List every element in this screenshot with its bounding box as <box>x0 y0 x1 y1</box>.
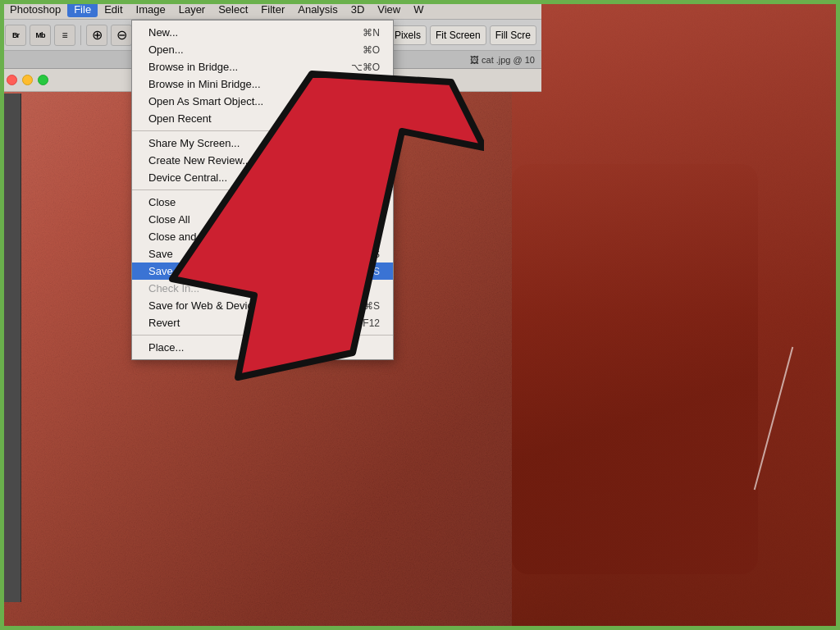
menu-item-open-shortcut: ⌘O <box>363 44 380 56</box>
menu-item-open[interactable]: Open... ⌘O <box>132 41 393 58</box>
menu-item-save-label: Save <box>148 248 173 260</box>
extra-icon[interactable]: ≡ <box>54 25 75 46</box>
menu-item-save-shortcut: ⌘S <box>363 249 380 260</box>
menu-item-open-recent-label: Open Recent <box>148 112 212 125</box>
menu-item-save-as-shortcut: ⇧⌘S <box>355 266 380 277</box>
menubar-item-analysis[interactable]: Analysis <box>291 2 344 17</box>
menubar-item-photoshop[interactable]: Photoshop <box>3 2 67 17</box>
menu-item-new-shortcut: ⌘N <box>363 27 380 39</box>
menu-item-save-web[interactable]: Save for Web & Devices... ⌥⇧⌘S <box>132 297 393 314</box>
menu-item-save-as-label: Save As... <box>148 265 197 277</box>
menu-item-open-label: Open... <box>148 43 184 56</box>
menu-item-share-screen-label: Share My Screen... <box>148 137 240 149</box>
menu-item-close-label: Close <box>148 196 176 208</box>
menu-item-share-screen[interactable]: Share My Screen... <box>132 135 393 152</box>
menu-item-browse-bridge-label: Browse in Bridge... <box>148 61 238 73</box>
bridge-icon[interactable]: Br <box>5 25 26 46</box>
file-title: 🖼 cat .jpg @ 10 <box>470 55 535 65</box>
menu-item-new-review[interactable]: Create New Review... <box>132 152 393 169</box>
mini-bridge-icon[interactable]: Mb <box>30 25 51 46</box>
menubar-item-view[interactable]: View <box>371 2 407 17</box>
menu-separator-1 <box>132 130 393 131</box>
menu-item-device-central[interactable]: Device Central... <box>132 169 393 186</box>
menubar-item-select[interactable]: Select <box>212 2 254 17</box>
menu-item-smart-object-label: Open As Smart Object... <box>148 95 263 107</box>
menu-item-browse-bridge-shortcut: ⌥⌘O <box>351 62 380 73</box>
menu-item-save-web-shortcut: ⌥⇧⌘S <box>344 300 380 312</box>
file-dropdown-menu: New... ⌘N Open... ⌘O Browse in Bridge...… <box>131 20 394 360</box>
fill-screen-btn[interactable]: Fill Scre <box>490 25 536 45</box>
menubar-item-w[interactable]: W <box>407 2 430 17</box>
menubar-item-file[interactable]: File <box>67 2 98 17</box>
menu-item-close-and-c-label: Close and C <box>148 231 208 243</box>
fit-screen-btn[interactable]: Fit Screen <box>430 25 486 45</box>
separator <box>80 25 81 45</box>
photoshop-window: Photoshop File Edit Image Layer Select F… <box>0 0 541 630</box>
menu-item-place-label: Place... <box>148 341 184 354</box>
menubar-item-filter[interactable]: Filter <box>254 2 291 17</box>
menubar-item-3d[interactable]: 3D <box>345 2 372 17</box>
menu-separator-2 <box>132 189 393 190</box>
menubar-item-layer[interactable]: Layer <box>172 2 212 17</box>
minimize-button[interactable] <box>22 75 33 85</box>
menu-item-new[interactable]: New... ⌘N <box>132 24 393 41</box>
menu-item-new-review-label: Create New Review... <box>148 154 251 167</box>
menu-item-close-all-label: Close All <box>148 213 190 226</box>
menu-item-open-recent[interactable]: Open Recent ▶ <box>132 110 393 127</box>
menubar-item-image[interactable]: Image <box>130 2 172 17</box>
menu-item-browse-mini-label: Browse in Mini Bridge... <box>148 78 261 90</box>
menu-item-save-as[interactable]: Save As... ⇧⌘S <box>132 262 393 280</box>
open-recent-arrow-icon: ▶ <box>373 114 380 123</box>
menubar: Photoshop File Edit Image Layer Select F… <box>0 0 541 20</box>
menu-item-device-central-label: Device Central... <box>148 171 227 184</box>
menu-item-place[interactable]: Place... <box>132 339 393 356</box>
menu-item-close[interactable]: Close ⌘W <box>132 194 393 211</box>
menu-item-revert-label: Revert <box>148 317 180 329</box>
menu-item-check-in-label: Check In... <box>148 282 199 294</box>
menu-item-browse-mini[interactable]: Browse in Mini Bridge... <box>132 75 393 93</box>
zoom-out-icon[interactable]: ⊖ <box>111 25 132 46</box>
menu-separator-3 <box>132 335 393 336</box>
zoom-in-icon[interactable]: ⊕ <box>86 25 107 46</box>
menu-item-save[interactable]: Save ⌘S <box>132 245 393 262</box>
menu-item-check-in: Check In... <box>132 280 393 297</box>
menu-item-revert[interactable]: Revert F12 <box>132 314 393 331</box>
menu-item-close-all[interactable]: Close All <box>132 211 393 228</box>
menubar-item-edit[interactable]: Edit <box>98 2 129 17</box>
menu-item-close-shortcut: ⌘W <box>361 197 380 208</box>
menu-item-new-label: New... <box>148 26 178 39</box>
menu-item-save-web-label: Save for Web & Devices... <box>148 299 273 312</box>
menu-item-browse-bridge[interactable]: Browse in Bridge... ⌥⌘O <box>132 58 393 75</box>
close-button[interactable] <box>7 75 17 85</box>
menu-item-close-and-c[interactable]: Close and C <box>132 228 393 245</box>
tools-panel <box>0 94 21 602</box>
menu-item-smart-object[interactable]: Open As Smart Object... <box>132 93 393 110</box>
menu-item-revert-shortcut: F12 <box>363 317 380 329</box>
maximize-button[interactable] <box>38 75 48 85</box>
